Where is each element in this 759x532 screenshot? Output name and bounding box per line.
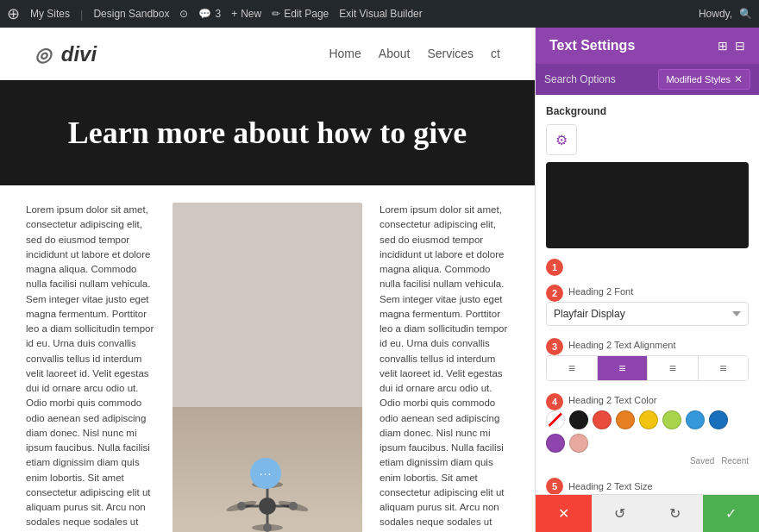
content-right-text: Lorem ipsum dolor sit amet, consectetur … (380, 203, 509, 532)
color-swatches (546, 410, 749, 453)
my-sites-menu[interactable]: My Sites (30, 8, 70, 20)
panel-header-icons: ⊞ ⊟ (718, 39, 745, 53)
panel-body: Background ⚙ 1 2 Heading 2 Font Playfair… (536, 95, 759, 494)
step-badge-4: 4 (546, 393, 563, 410)
site-header: ◎ divi Home About Services ct (0, 28, 535, 80)
panel-tabs: Search Options Modified Styles ✕ (536, 64, 759, 95)
saved-label: Saved (690, 456, 714, 466)
customize-icon[interactable]: ⊙ (179, 8, 188, 20)
section-1-row: 1 (546, 259, 749, 276)
new-icon: + (231, 8, 237, 20)
admin-bar: ⊕ My Sites | Design Sandbox ⊙ 💬 3 + New … (0, 0, 759, 28)
heading2-font-group: 2 Heading 2 Font Playfair Display Open S… (546, 285, 749, 326)
search-icon[interactable]: 🔍 (739, 8, 752, 20)
content-left-text: Lorem ipsum dolor sit amet, consectetur … (26, 203, 155, 532)
heading2-color-label: Heading 2 Text Color (568, 395, 657, 405)
modified-styles-tab[interactable]: Modified Styles ✕ (658, 69, 750, 90)
settings-panel: Text Settings ⊞ ⊟ Search Options Modifie… (535, 28, 759, 532)
color-swatch-edit[interactable] (569, 434, 588, 453)
nav-services[interactable]: Services (427, 47, 474, 60)
action-dots-button[interactable]: ··· (250, 458, 281, 489)
hero-section: Learn more about how to give (0, 80, 535, 185)
panel-title: Text Settings (549, 38, 635, 53)
color-swatch-darkblue[interactable] (709, 410, 728, 429)
color-swatch-black[interactable] (569, 410, 588, 429)
svg-point-6 (259, 498, 276, 515)
step-badge-1: 1 (546, 259, 563, 276)
hero-heading: Learn more about how to give (17, 115, 518, 151)
heading2-font-label: Heading 2 Font (568, 286, 633, 297)
align-right-button[interactable]: ≡ (648, 356, 699, 380)
site-name[interactable]: Design Sandbox (93, 8, 169, 20)
heading2-font-select[interactable]: Playfair Display Open Sans Roboto Lato M… (546, 302, 749, 326)
content-right-col: Lorem ipsum dolor sit amet, consectetur … (380, 203, 509, 532)
redo-button[interactable]: ↻ (648, 495, 704, 532)
save-icon: ✓ (725, 505, 737, 522)
main-wrap: ◎ divi Home About Services ct Learn more… (0, 28, 759, 532)
exit-visual-builder-link[interactable]: Exit Visual Builder (339, 8, 423, 20)
background-icon-button[interactable]: ⚙ (546, 124, 577, 155)
color-swatch-purple[interactable] (546, 434, 565, 453)
howdy-label: Howdy, (699, 8, 732, 20)
background-section: Background ⚙ (546, 105, 749, 248)
my-sites-label: My Sites (30, 8, 70, 20)
svg-point-8 (289, 502, 298, 510)
heading2-size-label: Heading 2 Text Size (568, 481, 653, 491)
color-swatch-transparent[interactable] (546, 410, 565, 429)
align-justify-button[interactable]: ≡ (699, 356, 749, 380)
edit-page-link[interactable]: ✏ Edit Page (272, 8, 329, 20)
reset-button[interactable]: ↺ (592, 495, 648, 532)
admin-bar-right: Howdy, 🔍 (699, 8, 752, 20)
nav-about[interactable]: About (379, 47, 411, 60)
site-name-label: Design Sandbox (93, 8, 169, 20)
save-button[interactable]: ✓ (703, 495, 759, 532)
panel-dock-icon[interactable]: ⊟ (735, 39, 745, 53)
background-preview[interactable] (546, 162, 749, 248)
svg-point-10 (263, 523, 272, 532)
svg-point-7 (237, 502, 246, 510)
recent-label: Recent (721, 456, 749, 466)
nav-ct[interactable]: ct (491, 47, 500, 60)
new-menu[interactable]: + New (231, 8, 261, 20)
panel-expand-icon[interactable]: ⊞ (718, 39, 728, 53)
background-label: Background (546, 105, 749, 117)
site-logo: ◎ divi (34, 40, 97, 67)
heading2-size-group: 5 Heading 2 Text Size 4.5vw (546, 478, 749, 494)
reset-icon: ↺ (614, 505, 625, 522)
heading2-alignment-label: Heading 2 Text Alignment (568, 340, 676, 350)
heading2-color-group: 4 Heading 2 Text Color Saved (546, 393, 749, 466)
align-center-button[interactable]: ≡ (598, 356, 649, 380)
content-left-col: Lorem ipsum dolor sit amet, consectetur … (26, 203, 155, 532)
edit-icon: ✏ (272, 8, 280, 20)
site-nav: Home About Services ct (329, 47, 500, 60)
modified-styles-close[interactable]: ✕ (734, 73, 743, 85)
color-swatch-lime[interactable] (662, 410, 681, 429)
nav-home[interactable]: Home (329, 47, 361, 60)
swatch-row-labels: Saved Recent (546, 456, 749, 466)
comments-count[interactable]: 💬 3 (198, 8, 221, 20)
background-gear-icon: ⚙ (555, 132, 568, 148)
page-content: ◎ divi Home About Services ct Learn more… (0, 28, 535, 532)
step-badge-3: 3 (546, 338, 563, 355)
cancel-button[interactable]: ✕ (536, 495, 592, 532)
comment-icon: 💬 (198, 8, 211, 20)
cancel-icon: ✕ (558, 505, 569, 522)
wp-icon: ⊕ (7, 4, 20, 23)
step-badge-2: 2 (546, 285, 563, 302)
alignment-buttons: ≡ ≡ ≡ ≡ (546, 355, 749, 381)
panel-footer: ✕ ↺ ↻ ✓ (536, 494, 759, 532)
heading2-alignment-group: 3 Heading 2 Text Alignment ≡ ≡ ≡ ≡ (546, 338, 749, 381)
search-options-tab[interactable]: Search Options (544, 73, 651, 85)
color-swatch-blue[interactable] (686, 410, 705, 429)
step-badge-5: 5 (546, 478, 563, 494)
color-swatch-orange[interactable] (616, 410, 635, 429)
color-swatch-yellow[interactable] (639, 410, 658, 429)
align-left-button[interactable]: ≡ (547, 356, 598, 380)
divi-logo-circle: ◎ (34, 44, 51, 66)
color-swatch-red[interactable] (593, 410, 612, 429)
panel-header: Text Settings ⊞ ⊟ (536, 28, 759, 64)
redo-icon: ↻ (669, 505, 681, 522)
